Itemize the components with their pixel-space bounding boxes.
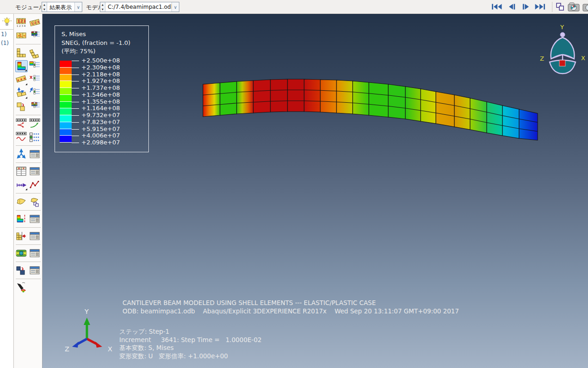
previous-frame-button[interactable] [506, 3, 517, 11]
state-primary-var-line: 基本変数: S, Mises [119, 344, 174, 351]
last-frame-button[interactable] [534, 3, 545, 11]
chevron-down-icon[interactable]: ∨ [74, 2, 82, 12]
animation-options-button[interactable] [29, 131, 41, 143]
legend-tick [72, 81, 79, 81]
toolbox-separator [16, 262, 41, 262]
triad-y-label: Y [84, 308, 89, 315]
plot-element-labels-button[interactable]: > L < [15, 30, 28, 42]
free-body-cut-button[interactable] [15, 264, 28, 276]
xy-data-table-button[interactable]: X Y [15, 165, 28, 177]
chevron-down-icon[interactable]: ∨ [172, 2, 179, 12]
model-value: C:/7.4/beamimpac1.odb [105, 2, 172, 12]
legend-color-band [60, 136, 72, 143]
plot-undeformed-shape-button[interactable] [15, 47, 28, 59]
model-combobox[interactable]: ▲ ▼ C:/7.4/beamimpac1.odb ∨ [100, 2, 179, 12]
contour-options-button[interactable] [29, 60, 41, 72]
lightbulb-box[interactable] [0, 14, 13, 30]
spin-up-icon[interactable]: ▲ [42, 2, 47, 7]
allow-multiple-plot-states-button[interactable] [15, 100, 28, 112]
legend-tick-label: +1.546e+08 [81, 91, 120, 98]
plot-deformed-shape-button[interactable] [29, 47, 41, 59]
viewport-canvas[interactable]: S, Mises SNEG, (fraction = -1.0) (平均: 75… [43, 14, 588, 368]
legend-tick [72, 136, 79, 136]
next-frame-button[interactable] [521, 3, 532, 11]
module-spinner[interactable]: ▲ ▼ [42, 2, 47, 12]
xy-data-dialog-button[interactable] [29, 165, 41, 177]
legend-color-band [60, 108, 72, 115]
plot-contours-button[interactable] [15, 60, 28, 72]
stream-dialog-button[interactable] [29, 247, 41, 259]
mirror-pattern-dialog-button[interactable] [29, 213, 41, 225]
module-combobox[interactable]: ▲ ▼ 結果表示 ∨ [42, 2, 82, 12]
svg-text:x: x [30, 75, 33, 80]
model-spinner[interactable]: ▲ ▼ [100, 2, 105, 12]
symbol-variable-dialog-button[interactable] [29, 148, 41, 160]
legend-color-band [60, 115, 72, 122]
legend-subtitle: SNEG, (fraction = -1.0) [61, 39, 130, 46]
legend-color-band [60, 95, 72, 102]
compass-y-label: Y [560, 24, 564, 31]
overlay-options-button[interactable] [29, 100, 41, 112]
legend-color-band [60, 129, 72, 136]
svg-text:<: < [23, 34, 26, 38]
legend-color-band [60, 102, 72, 109]
plot-symbol-variable-button[interactable] [15, 148, 28, 160]
x-axis-arrow [95, 342, 102, 348]
compass-top-knob[interactable] [560, 32, 565, 37]
render-camera-button-clipped[interactable] [582, 1, 588, 13]
context-bar: モジュール: ▲ ▼ 結果表示 ∨ モデル: ▲ ▼ C:/7.4/beamim… [0, 0, 588, 14]
legend-tick [72, 102, 79, 102]
mirror-pattern-button[interactable] [15, 213, 28, 225]
animate-time-history-button[interactable] [29, 118, 41, 130]
activate-view-cut-button[interactable] [15, 230, 28, 242]
svg-text:L: L [20, 34, 23, 38]
create-path-button[interactable] [15, 179, 28, 191]
warped-sheet-icon [16, 196, 27, 207]
tree-item-count[interactable]: 1) [0, 30, 13, 38]
beam-element-column [237, 81, 253, 114]
plot-node-labels-button[interactable]: 1 2 3 1 2 3 4 [15, 16, 28, 28]
material-orientation-options-button[interactable] [29, 87, 41, 99]
compass-center-cube[interactable] [559, 60, 565, 66]
legend-tick-label: +1.164e+08 [81, 105, 120, 112]
stream-lines-button[interactable] [15, 247, 28, 259]
render-movie-camera-button[interactable] [568, 1, 581, 13]
dialog-icon [29, 231, 40, 242]
color-code-options-button[interactable] [29, 30, 41, 42]
view-cut-icon [16, 231, 27, 242]
probe-annotate-button[interactable] [15, 281, 28, 293]
toolbox-separator [16, 244, 41, 245]
warp-sheet-button[interactable] [15, 196, 28, 208]
spin-down-icon[interactable]: ▼ [100, 7, 105, 12]
xy-plot-button[interactable] [29, 179, 41, 191]
spin-up-icon[interactable]: ▲ [100, 2, 105, 7]
legend-color-scale: +2.500e+08+2.309e+08+2.118e+08+1.927e+08… [60, 61, 145, 143]
spin-down-icon[interactable]: ▼ [42, 7, 47, 12]
plot-labels-deformed-button[interactable]: 1 2 3 [29, 16, 41, 28]
contour-legend: S, Mises SNEG, (fraction = -1.0) (平均: 75… [55, 25, 149, 152]
symbol-options-button[interactable]: x [29, 74, 41, 86]
symbol-arrows-icon [16, 149, 27, 160]
state-deformed-var-line: 変形変数: U 変形倍率: +1.000e+00 [119, 352, 228, 360]
plot-material-orientation-button[interactable] [15, 87, 28, 99]
view-cut-dialog-button[interactable] [29, 230, 41, 242]
legend-color-band [60, 88, 72, 95]
animation-options-icon [29, 131, 40, 143]
free-body-dialog-button[interactable] [29, 264, 41, 276]
view-compass[interactable]: Y Z X [536, 22, 588, 77]
animate-scale-factor-button[interactable] [15, 118, 28, 130]
link-viewports-button[interactable] [555, 1, 565, 12]
animate-history-icon [29, 118, 40, 129]
tree-item-count[interactable]: (1) [0, 38, 13, 47]
element-labels-icon: > L < [16, 30, 27, 41]
warp-sheet-copy-button[interactable] [29, 196, 41, 208]
animate-harmonic-button[interactable] [15, 131, 28, 143]
compass-x-label: X [581, 55, 585, 62]
first-frame-button[interactable] [491, 3, 502, 11]
plot-symbols-deformed-button[interactable]: x x x [15, 74, 28, 86]
toolbar-separator [552, 2, 552, 12]
beam-element-column [454, 95, 470, 130]
legend-tick-label: +1.355e+08 [81, 98, 120, 105]
z-axis-arrow [72, 342, 79, 348]
legend-tick-label: +2.098e+07 [81, 139, 120, 146]
